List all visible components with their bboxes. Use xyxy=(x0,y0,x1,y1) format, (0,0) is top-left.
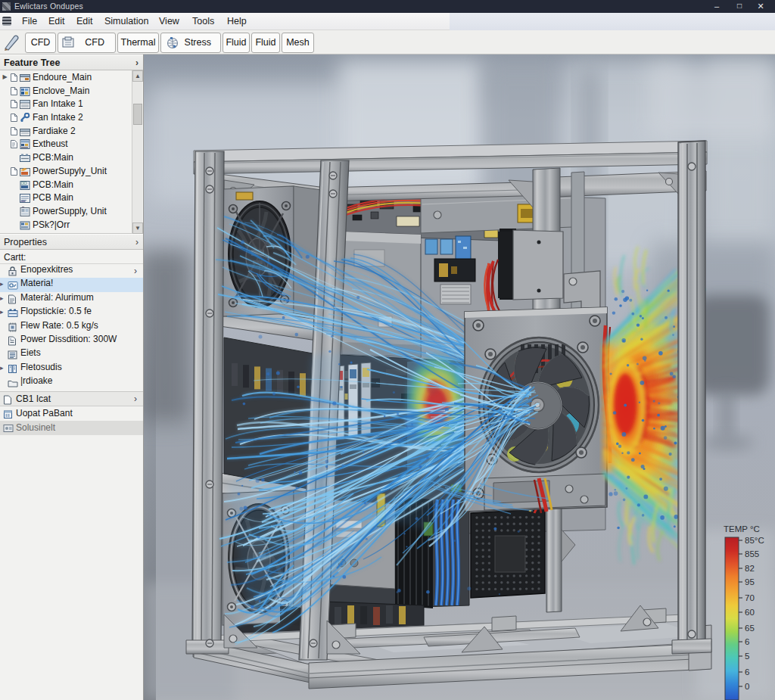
svg-text:5: 5 xyxy=(745,652,749,661)
svg-text:6: 6 xyxy=(745,637,749,646)
svg-text:85°C: 85°C xyxy=(745,536,764,545)
svg-text:82: 82 xyxy=(745,564,755,573)
svg-text:0: 0 xyxy=(745,682,749,691)
svg-text:60: 60 xyxy=(745,608,755,617)
svg-text:95: 95 xyxy=(745,577,755,586)
svg-text:65: 65 xyxy=(745,624,755,633)
svg-text:70: 70 xyxy=(745,593,755,602)
svg-text:TEMP °C: TEMP °C xyxy=(724,524,760,534)
svg-text:855: 855 xyxy=(745,549,759,558)
svg-text:6: 6 xyxy=(745,667,749,677)
